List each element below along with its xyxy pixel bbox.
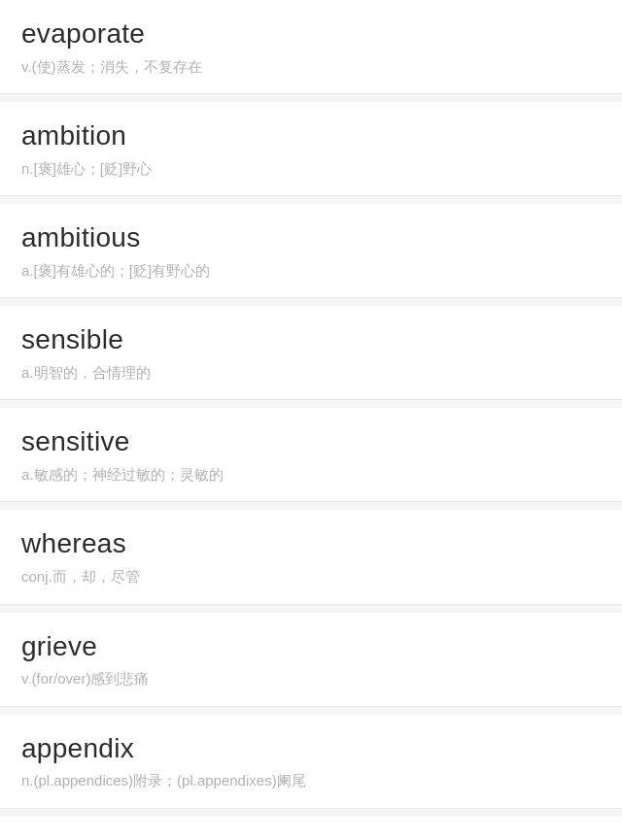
word-entry-designate[interactable]: designatevt.(为特定工作或目的)指派，任命；(用名字或符号)标明，表…	[0, 817, 622, 840]
word-definition-sensitive: a.敏感的；神经过敏的；灵敏的	[21, 464, 601, 487]
word-list: evaporatev.(使)蒸发；消失，不复存在ambitionn.[褒]雄心；…	[0, 0, 622, 840]
word-headword-appendix: appendix	[21, 732, 601, 765]
word-headword-whereas: whereas	[21, 527, 601, 560]
word-entry-evaporate[interactable]: evaporatev.(使)蒸发；消失，不复存在	[0, 0, 622, 94]
word-entry-appendix[interactable]: appendixn.(pl.appendices)附录；(pl.appendix…	[0, 715, 622, 809]
word-entry-sensitive[interactable]: sensitivea.敏感的；神经过敏的；灵敏的	[0, 408, 622, 502]
word-definition-whereas: conj.而，却，尽管	[21, 566, 601, 588]
word-headword-designate: designate	[21, 834, 601, 840]
word-headword-ambition: ambition	[21, 119, 601, 152]
word-entry-sensible[interactable]: sensiblea.明智的，合情理的	[0, 306, 622, 400]
word-headword-evaporate: evaporate	[21, 17, 601, 50]
word-headword-ambitious: ambitious	[21, 221, 601, 254]
word-definition-appendix: n.(pl.appendices)附录；(pl.appendixes)阑尾	[21, 770, 601, 792]
word-headword-grieve: grieve	[21, 630, 601, 663]
word-entry-ambitious[interactable]: ambitiousa.[褒]有雄心的；[贬]有野心的	[0, 204, 622, 298]
word-entry-ambition[interactable]: ambitionn.[褒]雄心；[贬]野心	[0, 102, 622, 196]
word-definition-ambition: n.[褒]雄心；[贬]野心	[21, 158, 601, 181]
word-definition-evaporate: v.(使)蒸发；消失，不复存在	[21, 56, 601, 79]
word-definition-ambitious: a.[褒]有雄心的；[贬]有野心的	[21, 260, 601, 283]
word-headword-sensitive: sensitive	[21, 425, 601, 458]
word-definition-sensible: a.明智的，合情理的	[21, 362, 601, 385]
word-entry-grieve[interactable]: grievev.(for/over)感到悲痛	[0, 613, 622, 707]
word-definition-grieve: v.(for/over)感到悲痛	[21, 668, 601, 690]
word-entry-whereas[interactable]: whereasconj.而，却，尽管	[0, 510, 622, 604]
word-headword-sensible: sensible	[21, 323, 601, 356]
